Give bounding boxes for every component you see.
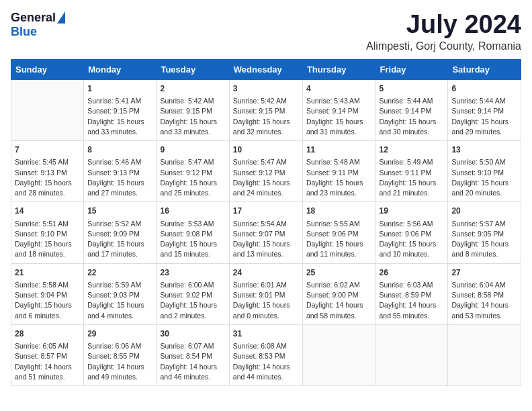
cell-info-line: and 28 minutes. [15, 188, 80, 198]
cell-info-line: and 10 minutes. [380, 249, 445, 259]
cell-info-line: Sunset: 9:03 PM [87, 290, 152, 300]
day-number: 16 [160, 205, 225, 217]
cell-info-line: Daylight: 15 hours [15, 300, 80, 310]
day-number: 6 [451, 83, 517, 95]
cell-info-line: Sunset: 9:10 PM [451, 168, 517, 178]
cell-info-line: and 31 minutes. [306, 127, 372, 137]
calendar-cell [448, 324, 521, 385]
day-number: 11 [306, 144, 372, 156]
day-number: 10 [233, 144, 299, 156]
day-of-week-header: Monday [84, 59, 157, 79]
day-number: 25 [306, 267, 372, 279]
page-header: General Blue July 2024 Alimpesti, Gorj C… [11, 11, 521, 52]
cell-info-line: Sunset: 8:54 PM [160, 351, 225, 361]
calendar-cell: 26Sunrise: 6:03 AMSunset: 8:59 PMDayligh… [375, 263, 448, 324]
cell-info-line: Daylight: 15 hours [306, 117, 372, 127]
calendar-cell: 9Sunrise: 5:47 AMSunset: 9:12 PMDaylight… [157, 141, 229, 202]
cell-info-line: Sunrise: 6:05 AM [15, 341, 80, 351]
cell-info-line: Daylight: 15 hours [87, 239, 152, 249]
calendar-cell: 14Sunrise: 5:51 AMSunset: 9:10 PMDayligh… [11, 202, 84, 263]
cell-info-line: Sunrise: 5:44 AM [451, 96, 517, 106]
cell-info-line: Sunset: 8:55 PM [87, 351, 152, 361]
cell-info-line: and 24 minutes. [233, 188, 299, 198]
cell-info-line: Sunset: 9:13 PM [87, 168, 152, 178]
calendar-header-row: SundayMondayTuesdayWednesdayThursdayFrid… [11, 59, 521, 79]
day-of-week-header: Friday [375, 59, 448, 79]
cell-info-line: Daylight: 15 hours [160, 300, 225, 310]
cell-info-line: Sunrise: 5:56 AM [380, 219, 445, 229]
calendar-cell: 21Sunrise: 5:58 AMSunset: 9:04 PMDayligh… [11, 263, 84, 324]
cell-info-line: Sunrise: 6:00 AM [160, 280, 225, 290]
cell-info-line: Sunrise: 6:07 AM [160, 341, 225, 351]
calendar-cell: 10Sunrise: 5:47 AMSunset: 9:12 PMDayligh… [229, 141, 302, 202]
day-of-week-header: Sunday [11, 59, 84, 79]
calendar-cell: 29Sunrise: 6:06 AMSunset: 8:55 PMDayligh… [84, 324, 157, 385]
cell-info-line: Daylight: 14 hours [306, 300, 372, 310]
cell-info-line: Sunset: 9:01 PM [233, 290, 299, 300]
cell-info-line: Daylight: 14 hours [380, 300, 445, 310]
cell-info-line: and 2 minutes. [160, 311, 225, 321]
cell-info-line: Sunrise: 5:50 AM [451, 157, 517, 167]
cell-info-line: Sunrise: 5:55 AM [306, 219, 372, 229]
day-of-week-header: Wednesday [229, 59, 302, 79]
calendar-cell: 11Sunrise: 5:48 AMSunset: 9:11 PMDayligh… [302, 141, 375, 202]
cell-info-line: and 55 minutes. [380, 311, 445, 321]
cell-info-line: and 6 minutes. [15, 311, 80, 321]
day-number: 4 [306, 83, 372, 95]
calendar-cell: 31Sunrise: 6:08 AMSunset: 8:53 PMDayligh… [229, 324, 302, 385]
logo-blue-text: Blue [11, 25, 37, 39]
cell-info-line: Sunrise: 5:44 AM [380, 96, 445, 106]
logo-general-text: General [11, 11, 56, 25]
calendar-cell: 22Sunrise: 5:59 AMSunset: 9:03 PMDayligh… [84, 263, 157, 324]
cell-info-line: Sunset: 9:14 PM [380, 106, 445, 116]
cell-info-line: and 8 minutes. [451, 249, 517, 259]
cell-info-line: Sunrise: 5:42 AM [160, 96, 225, 106]
calendar-cell: 3Sunrise: 5:42 AMSunset: 9:15 PMDaylight… [229, 79, 302, 140]
cell-info-line: and 46 minutes. [160, 372, 225, 382]
cell-info-line: Sunset: 8:57 PM [15, 351, 80, 361]
cell-info-line: Sunrise: 6:04 AM [451, 280, 517, 290]
day-number: 26 [380, 267, 445, 279]
cell-info-line: Sunset: 9:10 PM [15, 229, 80, 239]
cell-info-line: Sunrise: 5:58 AM [15, 280, 80, 290]
calendar-week-row: 7Sunrise: 5:45 AMSunset: 9:13 PMDaylight… [11, 141, 521, 202]
cell-info-line: Sunset: 9:13 PM [15, 168, 80, 178]
cell-info-line: Sunset: 9:15 PM [233, 106, 299, 116]
day-number: 17 [233, 205, 299, 217]
cell-info-line: Sunrise: 5:49 AM [380, 157, 445, 167]
cell-info-line: Daylight: 15 hours [15, 178, 80, 188]
day-number: 15 [87, 205, 152, 217]
day-number: 27 [451, 267, 517, 279]
logo-triangle-icon [57, 11, 65, 24]
cell-info-line: and 33 minutes. [87, 127, 152, 137]
cell-info-line: Daylight: 15 hours [233, 239, 299, 249]
day-number: 22 [87, 267, 152, 279]
cell-info-line: Sunset: 9:15 PM [87, 106, 152, 116]
cell-info-line: Sunrise: 5:51 AM [15, 219, 80, 229]
cell-info-line: Daylight: 14 hours [233, 362, 299, 372]
calendar-cell: 7Sunrise: 5:45 AMSunset: 9:13 PMDaylight… [11, 141, 84, 202]
calendar-cell: 4Sunrise: 5:43 AMSunset: 9:14 PMDaylight… [302, 79, 375, 140]
day-number: 12 [380, 144, 445, 156]
day-number: 2 [160, 83, 225, 95]
cell-info-line: and 30 minutes. [380, 127, 445, 137]
cell-info-line: Daylight: 15 hours [233, 178, 299, 188]
cell-info-line: and 27 minutes. [87, 188, 152, 198]
cell-info-line: Sunset: 9:08 PM [160, 229, 225, 239]
cell-info-line: Sunset: 9:11 PM [306, 168, 372, 178]
calendar-cell: 30Sunrise: 6:07 AMSunset: 8:54 PMDayligh… [157, 324, 229, 385]
day-number: 28 [15, 328, 80, 340]
cell-info-line: Sunrise: 5:57 AM [451, 219, 517, 229]
calendar-cell: 1Sunrise: 5:41 AMSunset: 9:15 PMDaylight… [84, 79, 157, 140]
cell-info-line: Sunrise: 5:47 AM [233, 157, 299, 167]
cell-info-line: Sunset: 9:12 PM [160, 168, 225, 178]
cell-info-line: Sunrise: 5:53 AM [160, 219, 225, 229]
calendar-cell: 16Sunrise: 5:53 AMSunset: 9:08 PMDayligh… [157, 202, 229, 263]
day-number: 24 [233, 267, 299, 279]
day-of-week-header: Saturday [448, 59, 521, 79]
cell-info-line: Sunrise: 5:52 AM [87, 219, 152, 229]
day-number: 19 [380, 205, 445, 217]
calendar-cell: 6Sunrise: 5:44 AMSunset: 9:14 PMDaylight… [448, 79, 521, 140]
cell-info-line: Sunset: 9:14 PM [451, 106, 517, 116]
cell-info-line: Sunset: 8:59 PM [380, 290, 445, 300]
